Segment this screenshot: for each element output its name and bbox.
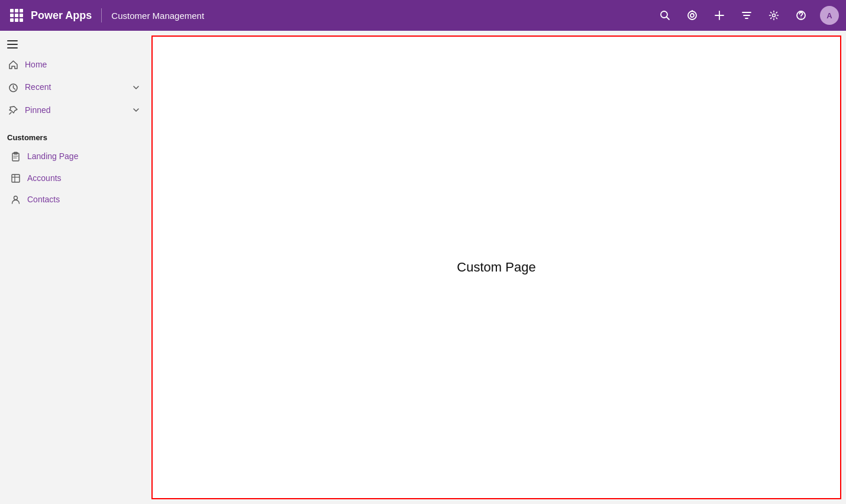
customers-section-header: Customers [0,121,147,146]
search-icon[interactable] [657,7,673,24]
topbar-actions: A [657,6,839,25]
sidebar-item-pinned-label: Pinned [25,105,127,115]
svg-line-1 [667,17,670,20]
sidebar-item-landing-page-label: Landing Page [27,151,78,161]
content-placeholder: Custom Page [457,260,535,275]
svg-line-14 [9,112,11,114]
topbar: Power Apps Customer Management [0,0,846,31]
pin-icon [7,105,19,115]
content-area: Custom Page [147,31,846,504]
clipboard-icon [9,151,21,162]
sidebar-item-home-label: Home [25,60,140,69]
waffle-icon [10,9,23,22]
target-icon[interactable] [684,7,700,24]
svg-point-2 [688,11,696,20]
sidebar-item-home[interactable]: Home [0,53,147,76]
chevron-down-icon-2 [133,106,140,114]
sidebar-item-accounts-label: Accounts [27,173,62,183]
svg-rect-19 [12,175,20,182]
sidebar-item-recent-label: Recent [25,82,127,92]
hamburger-button[interactable] [0,31,147,53]
table-icon [9,172,21,183]
sidebar: Home Recent [0,31,147,504]
settings-icon[interactable] [766,7,782,24]
help-icon[interactable] [793,7,809,24]
filter-icon[interactable] [738,7,755,24]
svg-point-22 [14,196,17,200]
sidebar-item-contacts[interactable]: Contacts [0,189,147,211]
topbar-title: Customer Management [111,11,657,21]
svg-point-3 [690,14,694,17]
sidebar-item-accounts[interactable]: Accounts [0,167,147,189]
topbar-divider [101,8,102,22]
waffle-button[interactable] [7,6,26,25]
clock-icon [7,82,19,92]
sidebar-item-landing-page[interactable]: Landing Page [0,146,147,167]
app-logo: Power Apps [31,9,92,22]
hamburger-icon [7,40,18,49]
main-layout: Home Recent [0,31,846,504]
add-icon[interactable] [711,7,728,24]
svg-point-10 [773,14,776,17]
sidebar-item-contacts-label: Contacts [27,195,60,204]
user-avatar[interactable]: A [820,6,839,25]
person-icon [9,194,21,205]
sidebar-item-pinned[interactable]: Pinned [0,99,147,121]
chevron-down-icon [133,83,140,91]
home-icon [7,59,19,70]
content-frame: Custom Page [151,35,841,499]
svg-point-12 [800,18,802,19]
sidebar-item-recent[interactable]: Recent [0,76,147,98]
